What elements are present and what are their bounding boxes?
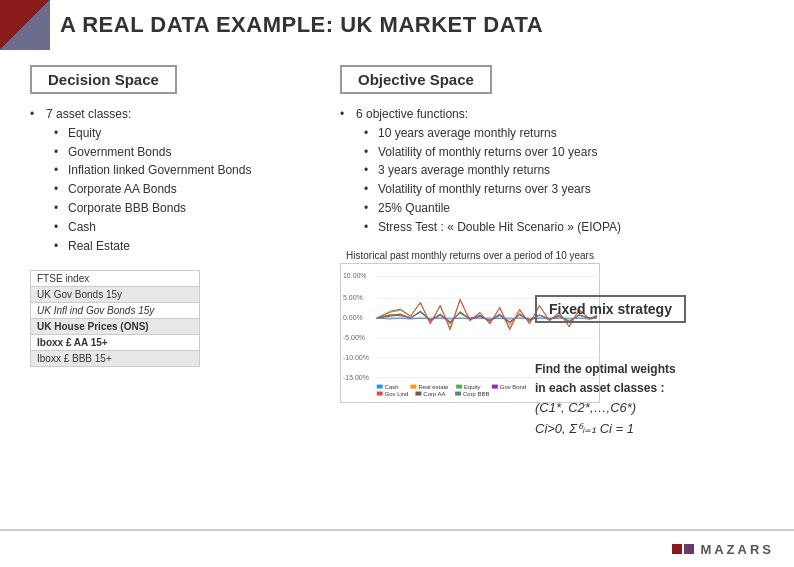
formula-line4: Ci>0, Σ⁶ᵢ₌₁ Ci = 1: [535, 421, 634, 436]
svg-text:Gov Lind: Gov Lind: [385, 390, 409, 396]
ftse-table: FTSE indexUK Gov Bonds 15yUK Infl ind Go…: [30, 270, 200, 367]
svg-text:10.00%: 10.00%: [343, 272, 367, 279]
ftse-row-5: Iboxx £ BBB 15+: [31, 351, 200, 367]
svg-rect-25: [455, 391, 461, 395]
ftse-row-0: FTSE index: [31, 271, 200, 287]
svg-rect-15: [410, 384, 416, 388]
formula-line1: Find the optimal weights: [535, 362, 676, 376]
obj-functions-item: 6 objective functions: 10 years average …: [340, 106, 764, 236]
asset-sub-list: Equity Government Bonds Inflation linked…: [54, 125, 320, 255]
main-content: Decision Space 7 asset classes: Equity G…: [0, 55, 794, 527]
ftse-row-2: UK Infl ind Gov Bonds 15y: [31, 303, 200, 319]
svg-text:Gov Bond: Gov Bond: [500, 383, 526, 389]
chart-label: Historical past monthly returns over a p…: [340, 250, 600, 261]
formula-line2: in each asset classes :: [535, 381, 664, 395]
asset-classes-item: 7 asset classes: Equity Government Bonds…: [30, 106, 320, 254]
svg-rect-21: [377, 391, 383, 395]
svg-text:5.00%: 5.00%: [343, 294, 363, 301]
svg-rect-13: [377, 384, 383, 388]
obj-vol-10yr: Volatility of monthly returns over 10 ye…: [364, 144, 764, 161]
svg-text:Cash: Cash: [385, 383, 399, 389]
svg-text:Real estate: Real estate: [418, 383, 449, 389]
svg-text:-15.00%: -15.00%: [343, 373, 369, 380]
svg-rect-19: [492, 384, 498, 388]
page-title: A REAL DATA EXAMPLE: UK MARKET DATA: [60, 12, 543, 38]
svg-text:-10.00%: -10.00%: [343, 353, 369, 360]
obj-stress-test: Stress Test : « Double Hit Scenario » (E…: [364, 219, 764, 236]
obj-vol-3yr: Volatility of monthly returns over 3 yea…: [364, 181, 764, 198]
mazars-squares: [672, 544, 694, 554]
mazars-logo: MAZARS: [672, 542, 774, 557]
asset-equity: Equity: [54, 125, 320, 142]
obj-3yr-avg: 3 years average monthly returns: [364, 162, 764, 179]
asset-cash: Cash: [54, 219, 320, 236]
svg-text:Corp AA: Corp AA: [423, 390, 445, 396]
fixed-mix-box: Fixed mix strategy: [535, 295, 686, 323]
asset-corp-aa: Corporate AA Bonds: [54, 181, 320, 198]
asset-corp-bbb: Corporate BBB Bonds: [54, 200, 320, 217]
svg-rect-23: [415, 391, 421, 395]
asset-gov-bonds: Government Bonds: [54, 144, 320, 161]
obj-10yr-avg: 10 years average monthly returns: [364, 125, 764, 142]
obj-sub-list: 10 years average monthly returns Volatil…: [364, 125, 764, 236]
objective-space-header: Objective Space: [340, 65, 492, 94]
formula-area: Find the optimal weights in each asset c…: [535, 360, 676, 440]
decision-space-list: 7 asset classes: Equity Government Bonds…: [30, 106, 320, 254]
decision-space-column: Decision Space 7 asset classes: Equity G…: [30, 55, 320, 527]
ftse-row-1: UK Gov Bonds 15y: [31, 287, 200, 303]
objective-space-list: 6 objective functions: 10 years average …: [340, 106, 764, 236]
mazars-brand: MAZARS: [700, 542, 774, 557]
asset-inflation-bonds: Inflation linked Government Bonds: [54, 162, 320, 179]
footer-bar: MAZARS: [0, 529, 794, 567]
fixed-mix-label: Fixed mix strategy: [549, 301, 672, 317]
svg-text:0.00%: 0.00%: [343, 314, 363, 321]
formula-line3: (C1*, C2*,…,C6*): [535, 400, 636, 415]
obj-quantile: 25% Quantile: [364, 200, 764, 217]
svg-text:Corp BBB: Corp BBB: [463, 390, 489, 396]
svg-text:Equity: Equity: [464, 383, 481, 389]
decision-space-header: Decision Space: [30, 65, 177, 94]
svg-text:-5.00%: -5.00%: [343, 334, 365, 341]
accent-bar: [0, 0, 50, 50]
mazars-sq1: [672, 544, 682, 554]
svg-rect-17: [456, 384, 462, 388]
ftse-row-4: Iboxx £ AA 15+: [31, 335, 200, 351]
asset-real-estate: Real Estate: [54, 238, 320, 255]
ftse-row-3: UK House Prices (ONS): [31, 319, 200, 335]
objective-space-column: Objective Space 6 objective functions: 1…: [320, 55, 764, 527]
mazars-sq2: [684, 544, 694, 554]
